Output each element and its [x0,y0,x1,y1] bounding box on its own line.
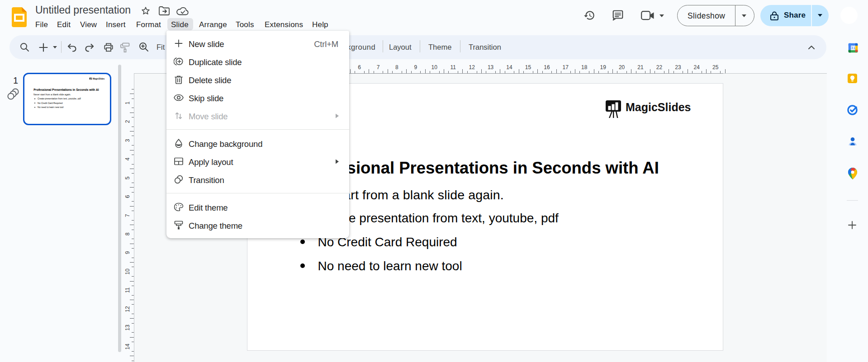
svg-text:31: 31 [850,45,855,50]
